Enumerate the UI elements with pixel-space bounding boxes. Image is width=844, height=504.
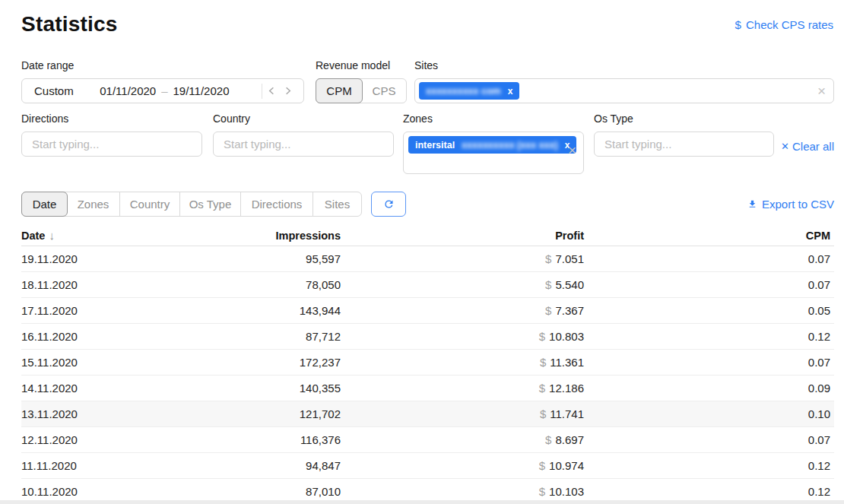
download-icon: [747, 199, 757, 209]
directions-input[interactable]: [21, 132, 202, 157]
cell-cpm: 0.12: [584, 330, 834, 343]
tab-country[interactable]: Country: [120, 192, 180, 216]
column-header-date[interactable]: Date ↓: [21, 229, 173, 242]
cell-profit: $5.540: [341, 278, 584, 291]
currency-symbol: $: [545, 304, 551, 317]
statistics-table: Date ↓ Impressions Profit CPM 19.11.2020…: [21, 225, 834, 504]
sites-chip: xxxxxxxxxx com x: [419, 82, 519, 100]
sites-label: Sites: [414, 59, 834, 71]
table-row-highlighted[interactable]: 13.11.2020 121,702 $11.741 0.10: [21, 401, 834, 427]
tab-sites[interactable]: Sites: [313, 192, 361, 216]
table-row[interactable]: 15.11.2020 172,237 $11.361 0.07: [21, 350, 834, 376]
date-next-button[interactable]: [280, 84, 296, 97]
page-title: Statistics: [21, 12, 118, 36]
tab-zones[interactable]: Zones: [67, 192, 120, 216]
cell-impressions: 172,237: [173, 356, 341, 369]
table-row[interactable]: 11.11.2020 94,847 $10.974 0.12: [21, 453, 834, 479]
filters-row-1: Date range Custom 01/11/2020 – 19/11/202…: [21, 59, 834, 103]
zones-chip-label: intersital: [415, 140, 455, 151]
directions-label: Directions: [21, 113, 202, 125]
table-row[interactable]: 14.11.2020 140,355 $12.186 0.09: [21, 376, 834, 401]
currency-symbol: $: [539, 485, 545, 498]
group-by-tabs: Date Zones Country Os Type Directions Si…: [21, 192, 362, 217]
tab-directions[interactable]: Directions: [241, 192, 313, 216]
column-header-profit[interactable]: Profit: [341, 230, 584, 242]
cell-date: 16.11.2020: [21, 330, 173, 343]
date-range-field: Date range Custom 01/11/2020 – 19/11/202…: [21, 59, 304, 103]
os-type-field: Os Type: [594, 113, 774, 157]
date-range-end[interactable]: 19/11/2020: [173, 84, 230, 97]
table-row[interactable]: 12.11.2020 116,376 $8.697 0.07: [21, 427, 834, 453]
next-row-partial: [0, 500, 844, 504]
cell-cpm: 0.07: [584, 252, 834, 265]
cell-impressions: 87,010: [173, 485, 341, 498]
zones-chip-label-redacted: xxxxxxxxxx (xxx xxx): [462, 140, 558, 151]
cell-date: 15.11.2020: [21, 356, 173, 369]
export-to-csv-link[interactable]: Export to CSV: [747, 198, 834, 211]
cell-impressions: 87,712: [173, 330, 341, 343]
zones-label: Zones: [403, 113, 584, 125]
tab-date[interactable]: Date: [21, 192, 68, 217]
divider: [262, 84, 262, 99]
cell-impressions: 116,376: [173, 433, 341, 446]
topbar: Statistics $ Check CPS rates: [21, 12, 833, 36]
sites-chip-remove-icon[interactable]: x: [508, 86, 513, 97]
currency-symbol: $: [539, 330, 545, 343]
cell-impressions: 140,355: [173, 382, 341, 395]
country-field: Country: [213, 113, 394, 157]
zones-input[interactable]: intersital xxxxxxxxxx (xxx xxx) x ×: [403, 132, 584, 174]
country-input[interactable]: [213, 132, 394, 157]
tab-os-type[interactable]: Os Type: [180, 192, 241, 216]
revenue-option-cps[interactable]: CPS: [362, 79, 406, 103]
sort-desc-icon: ↓: [49, 229, 55, 242]
table-row[interactable]: 16.11.2020 87,712 $10.803 0.12: [21, 324, 834, 350]
cell-profit: $10.103: [341, 485, 584, 498]
date-range-preset[interactable]: Custom: [34, 84, 74, 97]
cell-cpm: 0.05: [584, 304, 834, 317]
cell-profit: $7.367: [341, 304, 584, 317]
date-range-separator: –: [161, 84, 167, 97]
date-range-picker[interactable]: Custom 01/11/2020 – 19/11/2020: [21, 78, 304, 103]
chevron-right-icon: [283, 86, 293, 96]
os-type-input[interactable]: [594, 132, 774, 157]
date-prev-button[interactable]: [264, 84, 280, 97]
sites-input[interactable]: xxxxxxxxxx com x ×: [414, 78, 834, 103]
filters-row-2: Directions Country Zones intersital xxxx…: [21, 113, 834, 174]
cell-cpm: 0.09: [584, 382, 834, 395]
clear-all-button[interactable]: ✕ Clear all: [781, 140, 834, 153]
cell-profit: $11.741: [341, 407, 584, 420]
check-cps-rates-label: Check CPS rates: [746, 18, 833, 31]
os-type-label: Os Type: [594, 113, 774, 125]
directions-field: Directions: [21, 113, 202, 157]
column-header-cpm[interactable]: CPM: [584, 230, 834, 242]
cell-cpm: 0.12: [584, 485, 834, 498]
zones-clear-icon[interactable]: ×: [568, 143, 576, 157]
date-range-start[interactable]: 01/11/2020: [100, 84, 156, 97]
clear-all-label: Clear all: [792, 140, 834, 153]
table-row[interactable]: 17.11.2020 143,944 $7.367 0.05: [21, 298, 834, 324]
clear-all-x-icon: ✕: [781, 141, 789, 152]
table-row[interactable]: 19.11.2020 95,597 $7.051 0.07: [21, 246, 834, 272]
sites-clear-icon[interactable]: ×: [817, 84, 826, 98]
currency-symbol: $: [539, 459, 545, 472]
cell-impressions: 121,702: [173, 407, 341, 420]
currency-symbol: $: [540, 356, 546, 369]
cell-cpm: 0.07: [584, 356, 834, 369]
cell-date: 12.11.2020: [21, 433, 173, 446]
cell-date: 17.11.2020: [21, 304, 173, 317]
column-header-impressions[interactable]: Impressions: [173, 230, 341, 242]
chevron-left-icon: [267, 86, 277, 96]
cell-profit: $10.803: [341, 330, 584, 343]
cell-date: 18.11.2020: [21, 278, 173, 291]
cell-date: 14.11.2020: [21, 382, 173, 395]
cell-profit: $8.697: [341, 433, 584, 446]
cell-cpm: 0.12: [584, 459, 834, 472]
date-range-values[interactable]: 01/11/2020 – 19/11/2020: [100, 84, 229, 97]
revenue-option-cpm[interactable]: CPM: [316, 78, 363, 103]
refresh-button[interactable]: [371, 192, 406, 217]
dollar-icon: $: [735, 18, 741, 31]
cell-impressions: 94,847: [173, 459, 341, 472]
check-cps-rates-link[interactable]: $ Check CPS rates: [735, 18, 833, 31]
table-row[interactable]: 18.11.2020 78,050 $5.540 0.07: [21, 272, 834, 298]
cell-date: 10.11.2020: [21, 485, 173, 498]
